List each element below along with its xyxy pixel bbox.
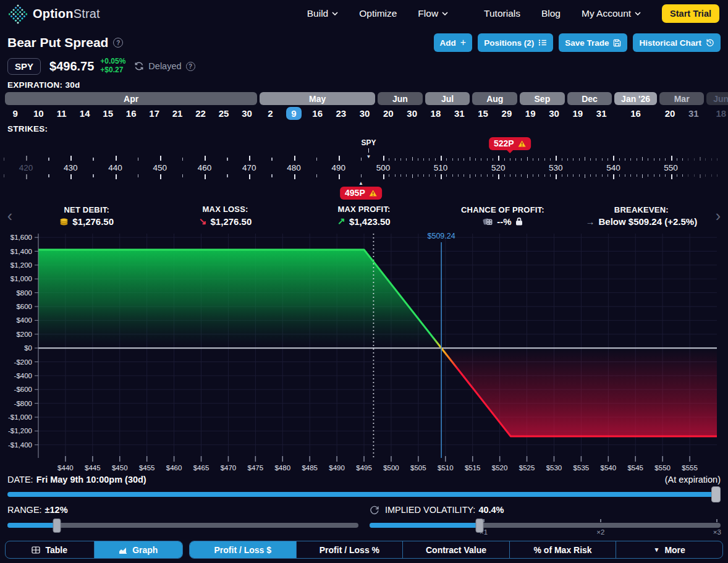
tab-graph[interactable]: Graph — [95, 541, 183, 558]
ruler-tick — [665, 158, 666, 161]
ruler-strike-label: 460 — [198, 163, 212, 172]
expiration-date[interactable]: 18 — [431, 108, 441, 119]
expiration-date[interactable]: 9 — [13, 108, 18, 119]
expiration-month-pill[interactable]: Dec — [567, 92, 612, 105]
expiration-month-pill[interactable]: May — [260, 92, 375, 105]
upper-strike-badge[interactable]: 522P — [489, 137, 531, 150]
range-slider[interactable] — [7, 519, 358, 535]
expiration-date[interactable]: 30 — [242, 108, 252, 119]
tab--of-max-risk[interactable]: % of Max Risk — [510, 541, 617, 558]
strikes-ruler[interactable]: 522P SPY ▼ ▲ 495P 4204304404504604704804… — [0, 136, 728, 201]
range-slider-handle[interactable] — [53, 519, 61, 533]
ruler-tick — [659, 174, 660, 177]
expiration-month: Sep1930 — [518, 92, 566, 122]
start-trial-button[interactable]: Start Trial — [662, 4, 719, 23]
expiration-date[interactable]: 11 — [57, 108, 67, 119]
ruler-tick — [4, 174, 5, 177]
triangle-down-icon: ▼ — [362, 155, 376, 159]
chevron-down-icon — [442, 12, 448, 15]
expiration-month-pill[interactable]: Jan '26 — [614, 92, 657, 105]
expiration-date[interactable]: 22 — [195, 108, 206, 119]
ruler-tick — [637, 158, 637, 161]
ruler-tick — [562, 158, 562, 161]
expiration-date[interactable]: 31 — [454, 108, 465, 119]
symbol-input[interactable]: SPY — [7, 58, 41, 75]
date-slider-handle[interactable] — [711, 486, 721, 502]
refresh-icon[interactable] — [134, 62, 144, 70]
expiration-month-pill[interactable]: Jun — [378, 92, 423, 105]
expiration-month-pill[interactable]: Mar — [659, 92, 705, 105]
tab-profit-loss-[interactable]: Profit / Loss $ — [190, 541, 297, 558]
delayed-help-icon[interactable]: ? — [186, 62, 195, 71]
expiration-month-pill[interactable]: Jul — [425, 92, 470, 105]
tab-profit-loss-[interactable]: Profit / Loss % — [297, 541, 404, 558]
stats-prev-chevron[interactable]: ‹ — [2, 208, 17, 224]
expiration-date[interactable]: 15 — [478, 108, 488, 119]
optionstrat-logo[interactable]: OptionStrat — [9, 3, 100, 24]
expiration-date[interactable]: 14 — [80, 108, 90, 119]
expiration-date[interactable]: 16 — [630, 108, 641, 119]
expiration-date[interactable]: 17 — [149, 108, 159, 119]
expiration-date[interactable]: 16 — [126, 108, 137, 119]
expiration-date[interactable]: 30 — [549, 108, 559, 119]
date-slider-track[interactable] — [7, 492, 721, 497]
expiration-date[interactable]: 30 — [407, 108, 417, 119]
expiration-month-pill[interactable]: Sep — [520, 92, 565, 105]
expiration-date[interactable]: 15 — [103, 108, 113, 119]
ruler-tick — [544, 158, 545, 161]
expiration-date[interactable]: 19 — [525, 108, 536, 119]
table-icon — [32, 546, 40, 554]
ruler-tick — [361, 174, 362, 177]
nav-item-optimize[interactable]: Optimize — [359, 8, 397, 19]
pl-chart[interactable]: $509.24$1,600$1,400$1,200$1,000$800$600$… — [0, 230, 728, 472]
expiration-date[interactable]: 16 — [312, 108, 323, 119]
expiration-date[interactable]: 31 — [596, 108, 607, 119]
iv-slider-handle[interactable] — [475, 519, 483, 533]
expiration-date[interactable]: 25 — [219, 108, 229, 119]
nav-item-my-account[interactable]: My Account — [582, 8, 641, 19]
tab-more[interactable]: ▼More — [616, 541, 722, 558]
tab-contract-value[interactable]: Contract Value — [403, 541, 510, 558]
y-axis-label: -$1,000 — [8, 413, 32, 421]
expiration-date[interactable]: 18 — [716, 108, 726, 119]
nav-item-build[interactable]: Build — [307, 8, 338, 19]
nav-item-tutorials[interactable]: Tutorials — [484, 8, 520, 19]
nav-item-flow[interactable]: Flow — [418, 8, 448, 19]
expiration-date[interactable]: 19 — [572, 108, 583, 119]
expiration-date[interactable]: 9 — [286, 107, 301, 120]
ruler-tick — [550, 158, 551, 161]
tab-table[interactable]: Table — [6, 541, 95, 558]
historical-chart-button[interactable]: Historical Chart — [633, 33, 721, 52]
expiration-month-pill[interactable]: Jun — [706, 92, 728, 105]
expiration-date[interactable]: 31 — [688, 108, 699, 119]
expiration-date[interactable]: 10 — [33, 108, 44, 119]
expiration-date[interactable]: 23 — [336, 108, 347, 119]
lower-strike-badge[interactable]: 495P — [340, 187, 382, 200]
expiration-month-pill[interactable]: Apr — [5, 92, 257, 105]
expiration-date[interactable]: 30 — [360, 108, 370, 119]
save-trade-button[interactable]: Save Trade — [559, 33, 627, 52]
ruler-tick — [441, 174, 442, 179]
reset-iv-icon[interactable] — [370, 505, 379, 515]
ruler-tick — [435, 174, 436, 177]
stats-next-chevron[interactable]: › — [711, 208, 726, 224]
positions-button[interactable]: Positions (2) — [478, 33, 553, 52]
expiration-date[interactable]: 20 — [665, 108, 675, 119]
date-slider[interactable] — [7, 489, 721, 500]
expiration-date[interactable]: 21 — [172, 108, 183, 119]
x-axis-label: $530 — [546, 464, 562, 472]
ruler-tick — [48, 158, 49, 161]
expiration-date[interactable]: 20 — [383, 108, 394, 119]
ruler-tick — [521, 174, 522, 177]
ruler-tick — [383, 156, 384, 161]
expiration-date[interactable]: 29 — [502, 108, 512, 119]
expiration-date[interactable]: 2 — [268, 108, 273, 119]
iv-slider[interactable]: ×3×2×1 — [370, 519, 721, 535]
nav-item-blog[interactable]: Blog — [541, 8, 561, 19]
strategy-help-icon[interactable]: ? — [113, 38, 123, 48]
expiration-months: Apr910111415161721222530May29162330Jun20… — [4, 92, 728, 122]
expiration-month-pill[interactable]: Aug — [472, 92, 517, 105]
add-leg-button[interactable]: Add+ — [434, 33, 473, 52]
ruler-tick — [665, 174, 666, 177]
ruler-tick — [470, 174, 471, 178]
